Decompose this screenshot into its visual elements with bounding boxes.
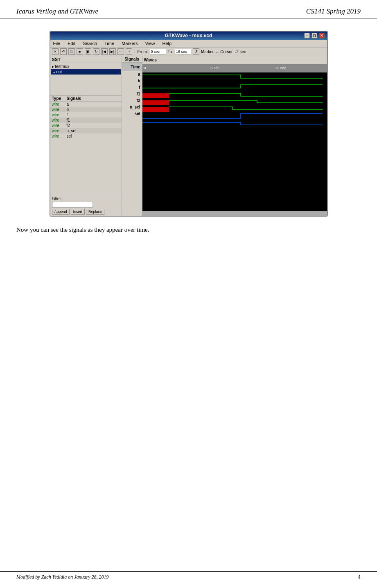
signal-type-a: wire [52,102,67,106]
toolbar-skipfwd-btn[interactable]: ▶| [109,48,116,55]
signal-row-f: wire f [50,112,122,118]
left-panel: SST ▸ testmux ↳ uut Type Signals [50,56,122,216]
signal-type-sel: wire [52,134,67,138]
close-button[interactable]: ✕ [319,33,325,38]
waves-scrollbar[interactable] [142,211,327,216]
toolbar-box-btn[interactable]: □ [68,48,75,55]
menubar: File Edit Search Time Markers View Help [50,40,327,47]
waves-header-area: Waves [142,56,327,64]
footer-left: Modified by Zach Yedidia on January 28, … [16,574,109,581]
name-col-header: Signals [67,96,120,101]
filter-area: Filter: Append Insert Replace [50,195,122,216]
tree-child-icon: ↳ [52,70,56,74]
waves-column: Waves 0 6 sec 12 sec [142,56,327,216]
menu-markers[interactable]: Markers [120,41,139,46]
sst-tree: ▸ testmux ↳ uut [50,63,122,96]
signals-col-header: Signals [122,56,142,63]
toolbar-sep [135,48,135,55]
signal-type-f1: wire [52,118,67,122]
menu-edit[interactable]: Edit [66,41,77,46]
time-marker-12: 12 sec [275,66,286,70]
header-left: Icarus Verilog and GTKWave [16,7,98,16]
time-ruler: 0 6 sec 12 sec [142,64,327,72]
footer-page-number: 4 [358,574,361,581]
signals-list: wire a wire b wire f wire f1 [50,102,122,195]
wave-f1 [142,100,323,105]
from-label: From: [138,50,148,54]
signal-name-nsel: n_sel [67,129,120,133]
wave-sel [142,122,323,125]
signal-row-sel: wire sel [50,133,122,139]
append-button[interactable]: Append [52,209,70,215]
signal-type-b: wire [52,107,67,112]
from-input[interactable] [150,49,166,54]
signal-label-b: b [122,77,142,84]
signal-type-f2: wire [52,123,67,128]
signal-type-nsel: wire [52,129,67,133]
svg-rect-0 [142,93,169,98]
titlebar-controls: – ◻ ✕ [304,33,325,38]
toolbar-step-btn[interactable]: ↻ [93,48,99,55]
insert-button[interactable]: Insert [71,209,85,215]
signal-row-f2: wire f2 [50,123,122,128]
signal-label-a: a [122,71,142,77]
toolbar-undo-btn[interactable]: ↶ [60,48,67,55]
header-right: CS141 Spring 2019 [306,7,361,16]
signal-name-a: a [67,102,120,106]
signal-type-f: wire [52,113,67,117]
sst-header: SST [50,56,122,63]
svg-rect-1 [142,100,169,105]
signal-row-f1: wire f1 [50,118,122,123]
signal-label-sel: sel [122,110,142,117]
toolbar-box2-btn[interactable]: ■ [77,48,83,55]
menu-help[interactable]: Help [161,41,173,46]
type-col-header: Type [52,96,67,101]
waves-canvas[interactable] [142,72,327,211]
to-input[interactable] [175,49,191,54]
toolbar-refresh-btn[interactable]: ↺ [193,48,199,55]
time-marker-6: 6 sec [210,66,219,70]
toolbar-skip-btn[interactable]: |◀ [101,48,108,55]
signals-column: Signals Time a b f f1 f2 n_sel sel [122,56,142,216]
signal-label-f: f [122,84,142,90]
wave-nsel [142,113,323,118]
wave-f [142,93,323,98]
menu-time[interactable]: Time [103,41,115,46]
signal-name-f2: f2 [67,123,120,128]
toolbar-close-btn[interactable]: ✕ [52,48,59,55]
menu-file[interactable]: File [52,41,62,46]
signal-row-b: wire b [50,107,122,112]
toolbar-fwd-btn[interactable]: → [126,48,132,55]
to-label: To: [168,50,173,54]
filter-label: Filter: [52,197,120,201]
filter-input[interactable] [52,202,93,208]
signal-label-nsel: n_sel [122,104,142,110]
sst-item-uut[interactable]: ↳ uut [51,69,121,75]
toolbar-box3-btn[interactable]: ▣ [85,48,91,55]
signal-name-f1: f1 [67,118,120,122]
minimize-button[interactable]: – [304,33,310,38]
sst-item-testmux[interactable]: ▸ testmux [51,64,121,69]
footer-author: Zach Yedidia [41,574,67,580]
toolbar-back-btn[interactable]: ← [117,48,124,55]
sst-item-testmux-label: testmux [55,64,69,69]
menu-view[interactable]: View [144,41,156,46]
svg-rect-2 [142,107,169,112]
restore-button[interactable]: ◻ [312,33,317,38]
wave-f2 [142,107,323,112]
page-header: Icarus Verilog and GTKWave CS141 Spring … [0,0,377,18]
page-footer: Modified by Zach Yedidia on January 28, … [0,571,377,581]
page-content: GTKWave - mux.vcd – ◻ ✕ File Edit Search… [0,18,377,246]
signal-name-b: b [67,107,120,112]
replace-button[interactable]: Replace [86,209,104,215]
time-marker-0: 0 [144,66,146,70]
waveforms-svg [142,72,327,211]
gtkwave-window: GTKWave - mux.vcd – ◻ ✕ File Edit Search… [50,31,328,217]
signal-label-f1: f1 [122,90,142,97]
titlebar: GTKWave - mux.vcd – ◻ ✕ [50,32,327,40]
wave-b [142,85,323,88]
gtkwave-body: SST ▸ testmux ↳ uut Type Signals [50,56,327,216]
signal-row-nsel: wire n_sel [50,128,122,133]
time-label-row: Time [122,63,142,71]
menu-search[interactable]: Search [81,41,98,46]
